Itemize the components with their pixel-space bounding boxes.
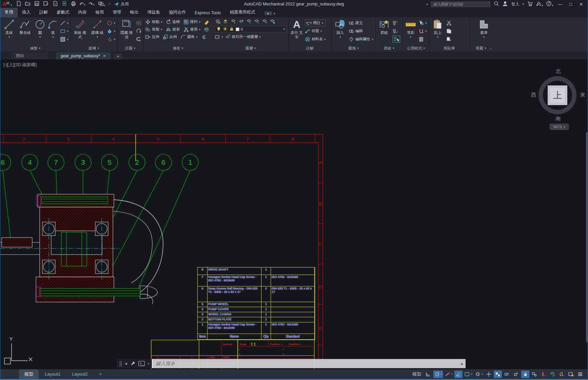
layout-tab-layout1[interactable]: Layout1 [39,370,66,378]
ribbon-collapse-caret-icon[interactable]: ▾ [274,12,275,15]
wcs-dropdown[interactable]: WCS▾ [550,124,569,130]
quick-select-icon[interactable]: ▾ [418,19,427,26]
user-icon[interactable] [502,1,508,7]
command-close-icon[interactable]: × [125,361,128,366]
panel-label-layers[interactable]: 圖層▾ [213,45,288,52]
viewcube-west[interactable]: 西 [531,92,536,98]
panel-label-groups[interactable]: 群組▾ [376,45,403,52]
trim-button[interactable]: 修剪▾ [183,26,201,33]
new-layout-button[interactable]: + [94,370,107,378]
graphics-performance-toggle[interactable] [567,371,575,378]
undo-button[interactable]: ↶▾ [80,1,85,7]
calculator-icon[interactable] [418,36,427,43]
tab-addins[interactable]: 增益集 [143,8,165,17]
insert-block-button[interactable]: 插入▾ [333,18,347,39]
customization-menu-icon[interactable] [576,371,584,378]
arc-button[interactable]: 弧▾ [47,18,58,39]
command-history-expand-icon[interactable]: ▲ [460,362,464,365]
new-drawing-tab-button[interactable]: + [114,54,122,59]
isodraft-settings-toggle[interactable]: ▾ [474,371,484,378]
hatch-area-button[interactable]: ▾ [107,27,115,35]
mirror-button[interactable]: 鏡射 [166,26,180,33]
ray-mode-button[interactable]: 射線 模式 [72,18,88,39]
command-prompt-icon[interactable]: >_ [138,361,145,366]
command-prompt-caret-icon[interactable]: ▾ [148,362,149,365]
command-input[interactable]: 鍵入指令 ▲ [152,359,466,368]
panel-label-utilities[interactable]: 公用程式▾ [403,45,429,52]
isolate-objects-toggle[interactable] [558,371,566,378]
viewcube-south[interactable]: 南 [537,116,579,122]
save-as-icon[interactable] [43,1,49,7]
viewcube-north[interactable]: 北 [537,68,579,75]
crosshair-toggle[interactable] [485,371,493,378]
panel-label-draw[interactable]: 繪製▾ [0,45,70,52]
annotation-lock-toggle[interactable] [521,371,529,378]
open-file-icon[interactable] [25,1,31,7]
panel-label-detail[interactable]: 詳圖▾ [117,45,143,52]
dynamic-input-toggle[interactable]: ▾ [464,371,473,378]
redo-button[interactable]: ↷▾ [89,1,95,7]
tab-manage[interactable]: 管理 [109,8,126,17]
fillet-button[interactable]: 圓角▾ [180,33,198,40]
panel-label-block[interactable]: 圖塊▾ [332,45,375,52]
selection-cycling-toggle[interactable] [530,371,538,378]
panel-label-construct[interactable]: 建構▾ [71,45,117,52]
tab-view[interactable]: 檢視 [91,8,109,17]
explode-icon[interactable] [204,26,209,33]
new-file-icon[interactable] [16,1,21,7]
base-view-button[interactable]: 基準▾ [476,18,492,39]
edit-block-button[interactable]: 編輯 [349,27,373,35]
tab-featured-apps[interactable]: 精選應用程式 [226,8,260,17]
detail-rotate-button[interactable] [136,27,141,35]
tab-content[interactable]: 內容 [74,8,91,17]
polar-tracking-toggle[interactable]: ▾ [444,371,453,378]
panel-label-annotation[interactable]: 註解 [289,45,331,52]
layout-tab-model[interactable]: 模型 [19,369,39,379]
create-block-button[interactable]: 建立 [349,19,373,26]
layout-tab-layout2[interactable]: Layout2 [66,370,93,378]
autodesk-app-icon[interactable]: ▾ [536,1,543,7]
close-drawing-icon[interactable]: ✕ [103,54,106,58]
bom-button[interactable]: 材料表▾ [305,36,326,43]
annotation-add-scale-toggle[interactable] [512,371,520,378]
share-button[interactable]: 共用 [114,1,129,7]
viewcube-top-face[interactable]: 上 [548,85,567,105]
help-search-input[interactable]: 鍵入關鍵字或詞組 [431,1,490,7]
command-drag-grip[interactable] [119,361,122,366]
scatter-button[interactable]: ▾ [107,36,115,43]
open-from-web-icon[interactable] [52,1,58,7]
tab-annotate[interactable]: 註解 [35,8,52,17]
scale-button[interactable]: 比例 [163,33,177,40]
hatch-button[interactable]: ▾ [60,36,68,43]
qat-more-icon[interactable]: ▿ [109,2,110,6]
units-toggle[interactable] [540,371,548,378]
construction-line-button[interactable]: ▾ [60,19,68,26]
mtext-button[interactable]: A 多行 文字 [290,18,303,39]
cart-icon[interactable] [527,1,533,7]
paste-special-icon[interactable] [446,36,452,43]
symbol-button[interactable]: A符號▾ [305,27,326,35]
layer-isolate-icon[interactable] [231,19,236,25]
copy-button[interactable]: 複製▾ [145,26,162,33]
command-wrench-icon[interactable] [131,361,136,366]
viewport-controls[interactable]: [-][上][2D 線架構] [3,62,37,68]
signin-label[interactable]: 登入 [511,1,519,7]
hide-situation-button[interactable]: 隱藏 情況 [119,18,134,39]
array-button[interactable]: 陣列▾ [183,18,201,25]
file-tab-drawing[interactable]: gear_pump_subassy* ✕ [56,52,111,59]
standards-check-toggle[interactable] [549,371,557,378]
stretch-button[interactable]: 拉伸 [145,33,159,40]
model-space-button[interactable]: 模型 [410,371,423,377]
print-icon[interactable] [71,1,76,7]
minimize-button[interactable]: — [556,2,564,7]
tab-insert[interactable]: 插入 [18,8,35,17]
tab-parametric[interactable]: 參數式 [52,8,74,17]
tab-home[interactable]: 常用 [0,8,18,17]
tab-output[interactable]: 輸出 [126,8,143,17]
expand-search-icon[interactable]: ▸ [427,2,428,6]
command-line[interactable]: × >_ ▾ 鍵入指令 ▲ [117,359,466,368]
edit-attributes-button[interactable]: 編輯屬性▾ [349,36,373,43]
annotation-autoscale-toggle[interactable] [503,371,511,378]
construction-line-mode-button[interactable]: 建構 線▾ [90,18,105,39]
tab-collaborate[interactable]: 協同合作 [164,8,190,17]
